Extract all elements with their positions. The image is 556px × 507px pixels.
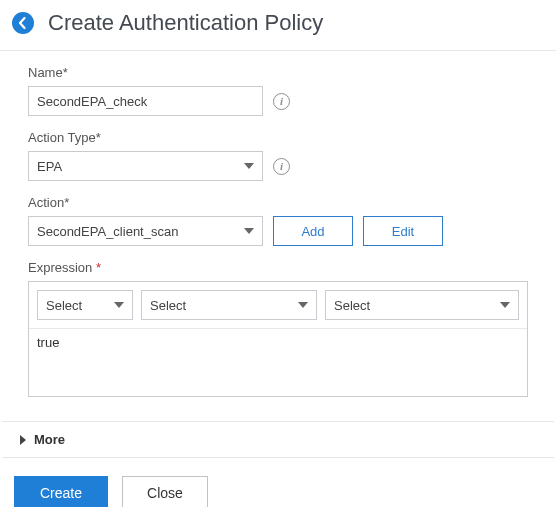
back-button[interactable] <box>12 12 34 34</box>
close-button[interactable]: Close <box>122 476 208 507</box>
name-label: Name* <box>28 65 528 80</box>
required-asterisk: * <box>96 260 101 275</box>
action-label: Action* <box>28 195 528 210</box>
expression-box: Select Select Select <box>28 281 528 397</box>
more-toggle[interactable]: More <box>2 421 554 458</box>
add-button[interactable]: Add <box>273 216 353 246</box>
edit-button[interactable]: Edit <box>363 216 443 246</box>
page-title: Create Authentication Policy <box>48 10 323 36</box>
action-type-select[interactable]: EPA <box>28 151 263 181</box>
action-type-label: Action Type* <box>28 130 528 145</box>
expression-select-1[interactable]: Select <box>37 290 133 320</box>
arrow-left-icon <box>17 17 29 29</box>
action-select[interactable]: SecondEPA_client_scan <box>28 216 263 246</box>
caret-right-icon <box>20 435 26 445</box>
name-input[interactable] <box>28 86 263 116</box>
expression-select-3[interactable]: Select <box>325 290 519 320</box>
info-icon: i <box>273 93 290 110</box>
expression-select-2[interactable]: Select <box>141 290 317 320</box>
expression-label: Expression * <box>28 260 528 275</box>
info-icon: i <box>273 158 290 175</box>
create-button[interactable]: Create <box>14 476 108 507</box>
expression-textarea[interactable] <box>29 329 527 393</box>
more-label: More <box>34 432 65 447</box>
